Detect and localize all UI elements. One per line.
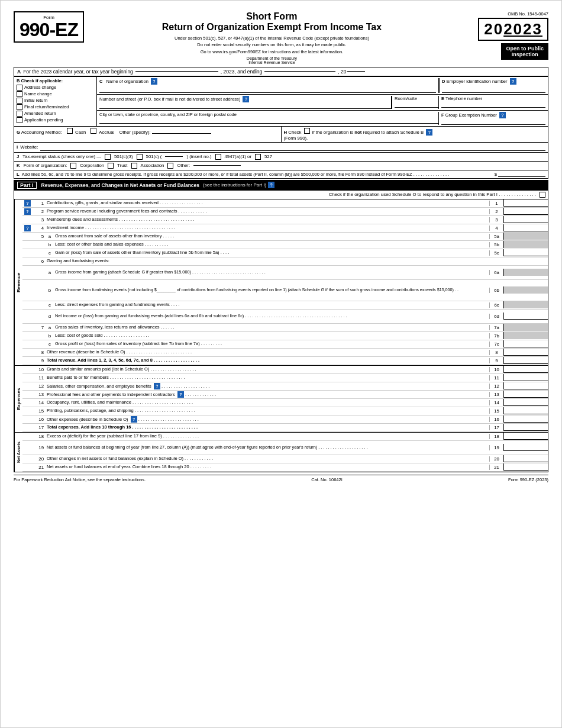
- k-other-checkbox[interactable]: [167, 163, 173, 169]
- cash-checkbox[interactable]: [67, 128, 73, 134]
- k-corp-checkbox[interactable]: [70, 163, 76, 169]
- street-help-icon[interactable]: ?: [243, 96, 249, 102]
- line5c-amount[interactable]: [503, 249, 548, 256]
- k-assoc-checkbox[interactable]: [131, 163, 137, 169]
- section-j-row: J Tax-exempt status (check only one) — 5…: [14, 153, 548, 162]
- j-insert-field[interactable]: [165, 156, 183, 157]
- line13-amount[interactable]: [503, 391, 548, 398]
- line9-amount[interactable]: [503, 357, 548, 364]
- j-501c-checkbox[interactable]: [137, 154, 143, 160]
- section-a-text: For the 2023 calendar year, or tax year …: [23, 69, 133, 75]
- section-a-end-field[interactable]: [264, 71, 335, 72]
- line1-amount[interactable]: [503, 199, 548, 207]
- under-text: Under section 501(c), 527, or 4947(a)(1)…: [90, 35, 454, 55]
- section-a: A For the 2023 calendar year, or tax yea…: [14, 67, 548, 76]
- line11-amount[interactable]: [503, 374, 548, 381]
- f-help-icon[interactable]: ?: [499, 112, 506, 118]
- line8-amount[interactable]: [503, 349, 548, 356]
- part1-check-row: Check if the organization used Schedule …: [14, 191, 548, 199]
- line-6c-row: c Less: direct expenses from gaming and …: [22, 301, 548, 310]
- section-bcd-right: C Name of organization ? D Employer iden…: [97, 77, 548, 126]
- line-8-row: 8 Other revenue (describe in Schedule O)…: [22, 349, 548, 357]
- bcd-section: B Check if applicable: Address change Na…: [14, 76, 548, 127]
- amended-return-check[interactable]: Amended return: [17, 111, 94, 117]
- line17-amount[interactable]: [503, 424, 548, 431]
- line14-amount[interactable]: [503, 399, 548, 406]
- website-field[interactable]: [40, 144, 545, 151]
- final-return-check[interactable]: Final return/terminated: [17, 104, 94, 110]
- address-change-check[interactable]: Address change: [17, 85, 94, 91]
- phone-field[interactable]: [441, 102, 545, 108]
- part1-schedule-o-checkbox[interactable]: [540, 192, 545, 198]
- line-10-row: 10 Grants and similar amounts paid (list…: [22, 366, 548, 374]
- checkbox[interactable]: [17, 104, 22, 110]
- other-specify-field[interactable]: [152, 133, 211, 134]
- line10-amount[interactable]: [503, 366, 548, 373]
- c-help-icon[interactable]: ?: [151, 78, 157, 85]
- line20-amount[interactable]: [503, 455, 548, 462]
- app-pending-check[interactable]: Application pending: [17, 117, 94, 123]
- line5b-amount[interactable]: [503, 241, 548, 248]
- line1-help-icon[interactable]: ?: [24, 200, 31, 207]
- street-field[interactable]: [99, 103, 391, 109]
- ein-field[interactable]: [442, 86, 545, 93]
- line-6-header-row: 6 Gaming and fundraising events:: [22, 257, 548, 266]
- form-logo: Form 990-EZ: [14, 11, 84, 43]
- checkbox[interactable]: [17, 91, 22, 97]
- line3-amount[interactable]: [503, 216, 548, 223]
- k-other-field[interactable]: [193, 165, 241, 166]
- line13-help-icon[interactable]: ?: [177, 391, 184, 398]
- line16-amount[interactable]: [503, 415, 548, 423]
- line-7c-row: c Gross profit or (loss) from sales of i…: [22, 340, 548, 349]
- section-a-begin-field[interactable]: [135, 71, 218, 72]
- checkbox[interactable]: [17, 98, 22, 104]
- line21-amount[interactable]: [503, 463, 548, 471]
- line4-amount[interactable]: [503, 224, 548, 231]
- accrual-checkbox[interactable]: [91, 128, 96, 134]
- line12-help-icon[interactable]: ?: [154, 383, 160, 389]
- group-exemption-field[interactable]: [441, 119, 545, 125]
- line4-help-icon[interactable]: ?: [24, 225, 31, 231]
- header-right: OMB No. 1545-0047 202023 Open to Public …: [454, 11, 548, 60]
- line6c-amount[interactable]: [503, 301, 548, 308]
- line5a-amount[interactable]: [503, 233, 548, 240]
- line15-amount[interactable]: [503, 407, 548, 414]
- room-suite-field[interactable]: [395, 102, 438, 108]
- line6b-amount[interactable]: [503, 286, 548, 294]
- h-checkbox[interactable]: [304, 128, 310, 134]
- d-help-icon[interactable]: ?: [510, 78, 516, 85]
- line7c-amount[interactable]: [503, 340, 548, 347]
- checkbox[interactable]: [17, 111, 22, 117]
- k-trust-checkbox[interactable]: [108, 163, 114, 169]
- name-org-field[interactable]: [99, 86, 436, 93]
- city-field[interactable]: [99, 118, 438, 124]
- initial-return-check[interactable]: Initial return: [17, 98, 94, 104]
- line6a-amount[interactable]: [503, 269, 548, 276]
- name-change-check[interactable]: Name change: [17, 91, 94, 97]
- line7b-amount[interactable]: [503, 332, 548, 339]
- city-row: City or town, state or province, country…: [97, 111, 548, 126]
- section-a-comma: , 2023, and ending: [221, 69, 262, 75]
- line2-amount[interactable]: [503, 208, 548, 215]
- line12-amount[interactable]: [503, 382, 548, 389]
- line16-help-icon[interactable]: ?: [131, 416, 137, 423]
- line18-amount[interactable]: [503, 433, 548, 440]
- section-a-year-field[interactable]: [347, 71, 365, 72]
- j-4947-checkbox[interactable]: [215, 154, 221, 160]
- line2-help-icon[interactable]: ?: [24, 208, 31, 215]
- part1-help-icon[interactable]: ?: [268, 182, 274, 188]
- city-cell: City or town, state or province, country…: [99, 112, 439, 125]
- line-7b-row: b Less: cost of goods sold . . . . . . .…: [22, 332, 548, 340]
- j-501c3-checkbox[interactable]: [105, 154, 111, 160]
- line-6b-row: b Gross income from fundraising events (…: [22, 280, 548, 301]
- line7a-amount[interactable]: [503, 324, 548, 331]
- checkbox[interactable]: [17, 117, 22, 123]
- checkbox[interactable]: [17, 85, 22, 91]
- j-527-checkbox[interactable]: [255, 154, 261, 160]
- l-amount-field[interactable]: [498, 176, 545, 177]
- line6d-amount[interactable]: [503, 313, 548, 320]
- year-box: 202023: [478, 18, 548, 41]
- line19-amount[interactable]: [503, 444, 548, 451]
- h-help-icon[interactable]: ?: [426, 129, 432, 136]
- line-4-row: ? 4 Investment income . . . . . . . . . …: [22, 224, 548, 233]
